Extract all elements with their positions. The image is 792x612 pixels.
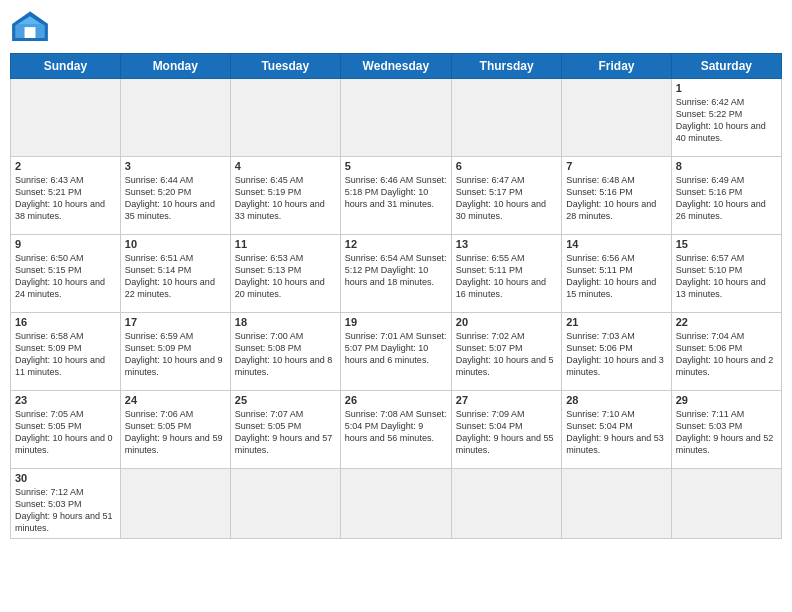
day-number: 26 xyxy=(345,394,447,406)
calendar-cell: 26Sunrise: 7:08 AM Sunset: 5:04 PM Dayli… xyxy=(340,391,451,469)
calendar-cell xyxy=(562,79,671,157)
week-row-0: 1Sunrise: 6:42 AM Sunset: 5:22 PM Daylig… xyxy=(11,79,782,157)
day-info: Sunrise: 6:57 AM Sunset: 5:10 PM Dayligh… xyxy=(676,252,777,301)
week-row-1: 2Sunrise: 6:43 AM Sunset: 5:21 PM Daylig… xyxy=(11,157,782,235)
day-info: Sunrise: 6:48 AM Sunset: 5:16 PM Dayligh… xyxy=(566,174,666,223)
day-info: Sunrise: 6:46 AM Sunset: 5:18 PM Dayligh… xyxy=(345,174,447,210)
calendar-cell xyxy=(451,469,561,539)
calendar-cell: 28Sunrise: 7:10 AM Sunset: 5:04 PM Dayli… xyxy=(562,391,671,469)
day-info: Sunrise: 7:00 AM Sunset: 5:08 PM Dayligh… xyxy=(235,330,336,379)
calendar-table: SundayMondayTuesdayWednesdayThursdayFrid… xyxy=(10,53,782,539)
day-info: Sunrise: 7:02 AM Sunset: 5:07 PM Dayligh… xyxy=(456,330,557,379)
calendar-cell xyxy=(120,469,230,539)
calendar-cell: 13Sunrise: 6:55 AM Sunset: 5:11 PM Dayli… xyxy=(451,235,561,313)
calendar-cell xyxy=(340,469,451,539)
day-info: Sunrise: 7:09 AM Sunset: 5:04 PM Dayligh… xyxy=(456,408,557,457)
day-info: Sunrise: 7:05 AM Sunset: 5:05 PM Dayligh… xyxy=(15,408,116,457)
calendar-cell xyxy=(120,79,230,157)
day-header-saturday: Saturday xyxy=(671,54,781,79)
calendar-cell: 7Sunrise: 6:48 AM Sunset: 5:16 PM Daylig… xyxy=(562,157,671,235)
day-info: Sunrise: 6:53 AM Sunset: 5:13 PM Dayligh… xyxy=(235,252,336,301)
day-number: 18 xyxy=(235,316,336,328)
day-number: 8 xyxy=(676,160,777,172)
calendar-cell: 24Sunrise: 7:06 AM Sunset: 5:05 PM Dayli… xyxy=(120,391,230,469)
day-number: 17 xyxy=(125,316,226,328)
day-info: Sunrise: 7:11 AM Sunset: 5:03 PM Dayligh… xyxy=(676,408,777,457)
calendar-cell: 8Sunrise: 6:49 AM Sunset: 5:16 PM Daylig… xyxy=(671,157,781,235)
calendar-cell: 18Sunrise: 7:00 AM Sunset: 5:08 PM Dayli… xyxy=(230,313,340,391)
calendar-cell xyxy=(671,469,781,539)
day-info: Sunrise: 7:04 AM Sunset: 5:06 PM Dayligh… xyxy=(676,330,777,379)
day-info: Sunrise: 7:12 AM Sunset: 5:03 PM Dayligh… xyxy=(15,486,116,535)
week-row-2: 9Sunrise: 6:50 AM Sunset: 5:15 PM Daylig… xyxy=(11,235,782,313)
week-row-5: 30Sunrise: 7:12 AM Sunset: 5:03 PM Dayli… xyxy=(11,469,782,539)
day-number: 6 xyxy=(456,160,557,172)
day-info: Sunrise: 7:07 AM Sunset: 5:05 PM Dayligh… xyxy=(235,408,336,457)
day-info: Sunrise: 7:06 AM Sunset: 5:05 PM Dayligh… xyxy=(125,408,226,457)
day-info: Sunrise: 6:51 AM Sunset: 5:14 PM Dayligh… xyxy=(125,252,226,301)
calendar-cell: 12Sunrise: 6:54 AM Sunset: 5:12 PM Dayli… xyxy=(340,235,451,313)
calendar-cell: 11Sunrise: 6:53 AM Sunset: 5:13 PM Dayli… xyxy=(230,235,340,313)
calendar-cell xyxy=(11,79,121,157)
header xyxy=(10,10,782,45)
day-number: 29 xyxy=(676,394,777,406)
day-number: 1 xyxy=(676,82,777,94)
calendar-cell: 2Sunrise: 6:43 AM Sunset: 5:21 PM Daylig… xyxy=(11,157,121,235)
day-number: 3 xyxy=(125,160,226,172)
day-info: Sunrise: 7:03 AM Sunset: 5:06 PM Dayligh… xyxy=(566,330,666,379)
day-info: Sunrise: 6:47 AM Sunset: 5:17 PM Dayligh… xyxy=(456,174,557,223)
day-number: 19 xyxy=(345,316,447,328)
calendar-cell xyxy=(230,79,340,157)
calendar-cell xyxy=(230,469,340,539)
calendar-cell xyxy=(451,79,561,157)
day-info: Sunrise: 7:01 AM Sunset: 5:07 PM Dayligh… xyxy=(345,330,447,366)
calendar-cell: 9Sunrise: 6:50 AM Sunset: 5:15 PM Daylig… xyxy=(11,235,121,313)
calendar-cell: 1Sunrise: 6:42 AM Sunset: 5:22 PM Daylig… xyxy=(671,79,781,157)
day-number: 7 xyxy=(566,160,666,172)
day-number: 11 xyxy=(235,238,336,250)
day-info: Sunrise: 6:50 AM Sunset: 5:15 PM Dayligh… xyxy=(15,252,116,301)
calendar-cell: 17Sunrise: 6:59 AM Sunset: 5:09 PM Dayli… xyxy=(120,313,230,391)
week-row-4: 23Sunrise: 7:05 AM Sunset: 5:05 PM Dayli… xyxy=(11,391,782,469)
day-number: 14 xyxy=(566,238,666,250)
calendar-cell: 5Sunrise: 6:46 AM Sunset: 5:18 PM Daylig… xyxy=(340,157,451,235)
calendar-cell: 4Sunrise: 6:45 AM Sunset: 5:19 PM Daylig… xyxy=(230,157,340,235)
day-number: 24 xyxy=(125,394,226,406)
svg-rect-3 xyxy=(25,27,36,38)
calendar-cell: 22Sunrise: 7:04 AM Sunset: 5:06 PM Dayli… xyxy=(671,313,781,391)
calendar-cell: 6Sunrise: 6:47 AM Sunset: 5:17 PM Daylig… xyxy=(451,157,561,235)
day-header-monday: Monday xyxy=(120,54,230,79)
calendar-cell xyxy=(340,79,451,157)
day-info: Sunrise: 6:45 AM Sunset: 5:19 PM Dayligh… xyxy=(235,174,336,223)
day-number: 23 xyxy=(15,394,116,406)
day-number: 15 xyxy=(676,238,777,250)
calendar-cell: 10Sunrise: 6:51 AM Sunset: 5:14 PM Dayli… xyxy=(120,235,230,313)
day-number: 28 xyxy=(566,394,666,406)
calendar-cell: 15Sunrise: 6:57 AM Sunset: 5:10 PM Dayli… xyxy=(671,235,781,313)
calendar-cell: 20Sunrise: 7:02 AM Sunset: 5:07 PM Dayli… xyxy=(451,313,561,391)
day-number: 2 xyxy=(15,160,116,172)
day-number: 22 xyxy=(676,316,777,328)
calendar-cell: 19Sunrise: 7:01 AM Sunset: 5:07 PM Dayli… xyxy=(340,313,451,391)
days-header-row: SundayMondayTuesdayWednesdayThursdayFrid… xyxy=(11,54,782,79)
day-info: Sunrise: 7:08 AM Sunset: 5:04 PM Dayligh… xyxy=(345,408,447,444)
day-header-wednesday: Wednesday xyxy=(340,54,451,79)
calendar-cell: 23Sunrise: 7:05 AM Sunset: 5:05 PM Dayli… xyxy=(11,391,121,469)
calendar-cell: 14Sunrise: 6:56 AM Sunset: 5:11 PM Dayli… xyxy=(562,235,671,313)
day-info: Sunrise: 6:56 AM Sunset: 5:11 PM Dayligh… xyxy=(566,252,666,301)
day-number: 5 xyxy=(345,160,447,172)
day-info: Sunrise: 6:49 AM Sunset: 5:16 PM Dayligh… xyxy=(676,174,777,223)
day-info: Sunrise: 7:10 AM Sunset: 5:04 PM Dayligh… xyxy=(566,408,666,457)
day-info: Sunrise: 6:59 AM Sunset: 5:09 PM Dayligh… xyxy=(125,330,226,379)
day-info: Sunrise: 6:42 AM Sunset: 5:22 PM Dayligh… xyxy=(676,96,777,145)
day-info: Sunrise: 6:54 AM Sunset: 5:12 PM Dayligh… xyxy=(345,252,447,288)
calendar-cell: 3Sunrise: 6:44 AM Sunset: 5:20 PM Daylig… xyxy=(120,157,230,235)
day-number: 13 xyxy=(456,238,557,250)
day-info: Sunrise: 6:55 AM Sunset: 5:11 PM Dayligh… xyxy=(456,252,557,301)
calendar-cell: 25Sunrise: 7:07 AM Sunset: 5:05 PM Dayli… xyxy=(230,391,340,469)
day-number: 10 xyxy=(125,238,226,250)
calendar-cell: 30Sunrise: 7:12 AM Sunset: 5:03 PM Dayli… xyxy=(11,469,121,539)
day-info: Sunrise: 6:58 AM Sunset: 5:09 PM Dayligh… xyxy=(15,330,116,379)
day-header-friday: Friday xyxy=(562,54,671,79)
calendar-cell: 16Sunrise: 6:58 AM Sunset: 5:09 PM Dayli… xyxy=(11,313,121,391)
